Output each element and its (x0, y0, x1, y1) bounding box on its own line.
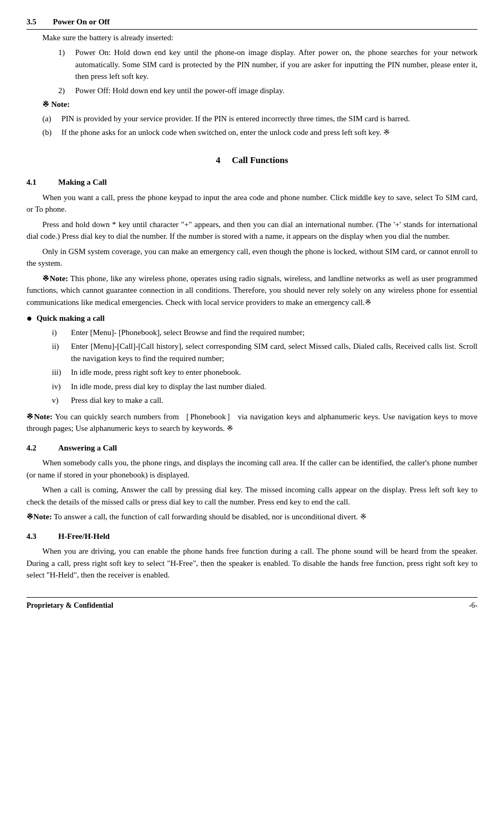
item-text: Enter [Menu]- [Phonebook], select Browse… (71, 327, 305, 339)
chapter-4-header: 4 Call Functions (26, 154, 478, 167)
section-35-header: 3.5 Power On or Off (26, 16, 478, 30)
section-42-header: 4.2 Answering a Call (26, 442, 478, 454)
footer-page-number: -6- (469, 600, 478, 611)
section-43-para1: When you are driving, you can enable the… (26, 545, 478, 581)
item-text: In idle mode, press dial key to display … (71, 381, 266, 393)
item-text: In idle mode, press right soft key to en… (71, 366, 241, 379)
item-text: PIN is provided by your service provider… (61, 113, 410, 125)
bullet-header: ● Quick making a call (26, 312, 478, 325)
section-41-para1: When you want a call, press the phone ke… (26, 192, 478, 215)
section-42-title: Answering a Call (58, 442, 117, 454)
bullet-icon: ● (26, 313, 32, 323)
chapter-4-title: Call Functions (232, 155, 288, 165)
item-label: (b) (42, 127, 61, 139)
section-42: 4.2 Answering a Call When somebody calls… (26, 442, 478, 523)
section-42-note: ※Note: To answer a call, the function of… (26, 511, 478, 523)
chapter-4-num: 4 (216, 155, 221, 165)
section-41-header: 4.1 Making a Call (26, 176, 478, 188)
list-item: (a) PIN is provided by your service prov… (42, 113, 478, 125)
note-label: ※ Note: (42, 98, 478, 111)
section-42-num: 4.2 (26, 442, 58, 454)
item-label: (a) (42, 113, 61, 125)
item-text: Press dial key to make a call. (71, 394, 164, 407)
section-41-para3: Only in GSM system coverage, you can mak… (26, 246, 478, 269)
section-43-title: H-Free/H-Held (58, 530, 110, 543)
list-item: v) Press dial key to make a call. (52, 394, 478, 407)
section-35-num: 3.5 (26, 16, 53, 28)
note-text: This phone, like any wireless phone, ope… (26, 274, 478, 307)
section-41: 4.1 Making a Call When you want a call, … (26, 176, 478, 435)
section-35-intro: Make sure the battery is already inserte… (42, 32, 478, 44)
section-42-para2: When a call is coming, Answer the call b… (26, 484, 478, 508)
item-text: If the phone asks for an unlock code whe… (61, 127, 390, 139)
section-35-list: 1) Power On: Hold down end key until the… (58, 47, 478, 96)
section-41-note: ※Note: This phone, like any wireless pho… (26, 273, 478, 309)
list-item: (b) If the phone asks for an unlock code… (42, 127, 478, 139)
item-label: i) (52, 327, 71, 339)
section-41-title: Making a Call (58, 176, 107, 188)
roman-list: i) Enter [Menu]- [Phonebook], select Bro… (52, 327, 478, 407)
item-label: iv) (52, 381, 71, 393)
item-label: ii) (52, 340, 71, 364)
notes-list: (a) PIN is provided by your service prov… (42, 113, 478, 139)
item-label: iii) (52, 366, 71, 379)
section-43-header: 4.3 H-Free/H-Held (26, 530, 478, 543)
note-bold-label: ※Note: (42, 274, 68, 283)
section-41-note2: ※Note: You can quickly search numbers fr… (26, 411, 478, 435)
item-label: 2) (58, 85, 75, 97)
section-35-content: Make sure the battery is already inserte… (42, 32, 478, 139)
list-item: iv) In idle mode, press dial key to disp… (52, 381, 478, 393)
item-text: Power On: Hold down end key until the ph… (75, 47, 478, 83)
section-43-num: 4.3 (26, 530, 58, 543)
list-item: ii) Enter [Menu]-[Call]-[Call history], … (52, 340, 478, 364)
bullet-title: Quick making a call (37, 312, 105, 325)
list-item: iii) In idle mode, press right soft key … (52, 366, 478, 379)
footer-left: Proprietary & Confidential (26, 600, 113, 611)
list-item: 1) Power On: Hold down end key until the… (58, 47, 478, 83)
item-text: Power Off: Hold down end key until the p… (75, 85, 284, 97)
bullet-section: ● Quick making a call i) Enter [Menu]- [… (26, 312, 478, 407)
page-footer: Proprietary & Confidential -6- (26, 597, 478, 611)
item-label: v) (52, 394, 71, 407)
section-41-num: 4.1 (26, 176, 58, 188)
list-item: i) Enter [Menu]- [Phonebook], select Bro… (52, 327, 478, 339)
section-42-para1: When somebody calls you, the phone rings… (26, 457, 478, 481)
list-item: 2) Power Off: Hold down end key until th… (58, 85, 478, 97)
section-35-title: Power On or Off (53, 16, 110, 28)
section-43: 4.3 H-Free/H-Held When you are driving, … (26, 530, 478, 581)
item-text: Enter [Menu]-[Call]-[Call history], sele… (71, 340, 478, 364)
section-41-para2: Press and hold down * key until characte… (26, 219, 478, 242)
item-label: 1) (58, 47, 75, 83)
